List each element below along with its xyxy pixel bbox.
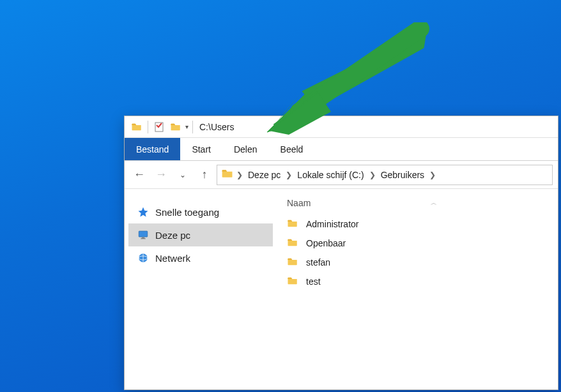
sidebar-item-network[interactable]: Netwerk [128, 246, 273, 269]
tab-delen[interactable]: Delen [222, 138, 269, 160]
folder-icon [221, 167, 234, 182]
sort-indicator-icon: ︿ [431, 199, 437, 207]
address-bar[interactable]: ❯ Deze pc ❯ Lokale schijf (C:) ❯ Gebruik… [217, 165, 553, 185]
separator [148, 121, 148, 133]
file-name: Openbaar [306, 238, 346, 248]
sidebar-item-label: Snelle toegang [155, 207, 219, 218]
svg-marker-6 [273, 29, 427, 124]
list-item[interactable]: test [280, 272, 551, 291]
folder-icon [130, 120, 144, 134]
breadcrumb-segment[interactable]: Gebruikers [378, 170, 427, 180]
sidebar-item-label: Netwerk [155, 253, 190, 264]
column-header-row: Naam ︿ [280, 195, 551, 215]
file-name: stefan [306, 257, 330, 268]
svg-line-8 [299, 29, 420, 112]
separator [192, 121, 193, 133]
sidebar-item-label: Deze pc [155, 230, 190, 241]
svg-rect-3 [141, 238, 146, 239]
svg-rect-2 [142, 237, 145, 239]
star-icon [137, 206, 149, 218]
folder-icon [287, 275, 298, 289]
tab-start[interactable]: Start [180, 138, 222, 160]
chevron-right-icon[interactable]: ❯ [368, 170, 377, 179]
file-name: test [306, 276, 321, 287]
navbar: ← → ⌄ ↑ ❯ Deze pc ❯ Lokale schijf (C:) ❯… [125, 161, 558, 189]
monitor-icon [137, 229, 149, 241]
up-button[interactable]: ↑ [195, 165, 214, 185]
breadcrumb-segment[interactable]: Lokale schijf (C:) [295, 170, 366, 180]
back-button[interactable]: ← [130, 165, 149, 185]
explorer-body: Snelle toegang Deze pc Netwerk Naam ︿ [125, 189, 558, 389]
list-item[interactable]: Openbaar [280, 234, 551, 253]
file-name: Administrator [306, 219, 358, 229]
chevron-right-icon[interactable]: ❯ [235, 170, 244, 179]
navigation-pane: Snelle toegang Deze pc Netwerk [125, 189, 277, 389]
tab-bestand[interactable]: Bestand [125, 138, 180, 160]
qat-dropdown-icon[interactable]: ▾ [184, 123, 190, 130]
sidebar-item-this-pc[interactable]: Deze pc [128, 223, 273, 246]
svg-rect-1 [139, 231, 148, 237]
sidebar-item-quick-access[interactable]: Snelle toegang [128, 200, 273, 223]
recent-locations-dropdown[interactable]: ⌄ [173, 165, 192, 185]
ribbon-tabs: Bestand Start Delen Beeld [125, 138, 558, 161]
list-item[interactable]: Administrator [280, 215, 551, 234]
window-title: C:\Users [196, 122, 234, 132]
forward-button[interactable]: → [151, 165, 171, 185]
folder-icon [287, 237, 298, 250]
file-explorer-window: ▾ C:\Users Bestand Start Delen Beeld ← →… [124, 116, 558, 390]
folder-icon [287, 256, 298, 269]
titlebar[interactable]: ▾ C:\Users [125, 116, 558, 138]
list-item[interactable]: stefan [280, 253, 551, 272]
file-list-pane: Naam ︿ Administrator Openbaar stefan tes… [277, 189, 558, 389]
chevron-right-icon[interactable]: ❯ [428, 170, 437, 179]
qat-folder-icon[interactable] [169, 120, 183, 134]
network-icon [137, 252, 149, 264]
folder-icon [287, 218, 298, 231]
chevron-right-icon[interactable]: ❯ [284, 170, 293, 179]
tab-beeld[interactable]: Beeld [269, 138, 315, 160]
properties-icon[interactable] [152, 120, 166, 134]
column-header-name[interactable]: Naam [287, 198, 311, 208]
breadcrumb-segment[interactable]: Deze pc [245, 170, 283, 180]
